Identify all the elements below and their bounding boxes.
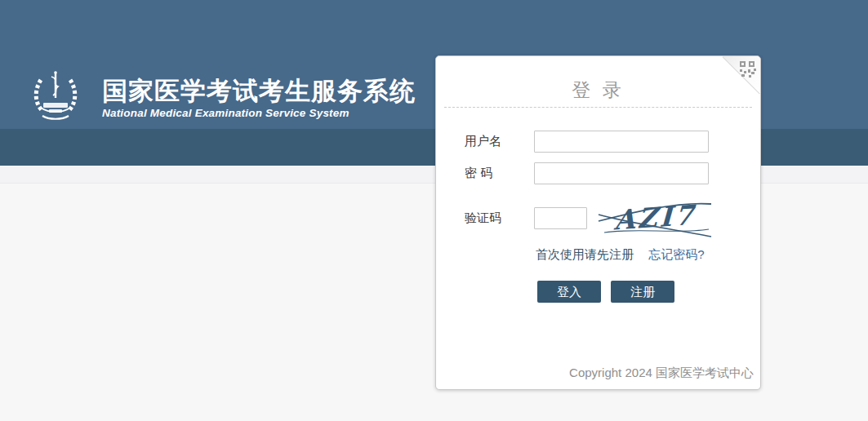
captcha-noise-lines bbox=[598, 197, 712, 239]
username-input[interactable] bbox=[534, 131, 709, 153]
login-button[interactable]: 登入 bbox=[537, 281, 601, 303]
links-row: 首次使用请先注册 忘记密码? bbox=[536, 247, 705, 263]
login-panel: 登 录 用户名 密 码 验证码 AZI7 首次使用请先注册 忘记密码? 登入 注… bbox=[435, 55, 761, 390]
copyright: Copyright 2024 国家医学考试中心 bbox=[569, 366, 754, 381]
captcha-image[interactable]: AZI7 bbox=[598, 197, 712, 239]
brand: 国家医学考试考生服务系统 National Medical Examinatio… bbox=[29, 69, 416, 127]
register-hint-link[interactable]: 首次使用请先注册 bbox=[536, 247, 634, 261]
captcha-input[interactable] bbox=[534, 207, 587, 229]
site-subtitle: National Medical Examination Service Sys… bbox=[102, 107, 416, 119]
brand-text: 国家医学考试考生服务系统 National Medical Examinatio… bbox=[102, 78, 416, 119]
login-title: 登 录 bbox=[436, 78, 760, 103]
forgot-password-link[interactable]: 忘记密码? bbox=[648, 247, 704, 261]
page: 国家医学考试考生服务系统 National Medical Examinatio… bbox=[0, 0, 868, 421]
username-label: 用户名 bbox=[465, 131, 501, 152]
password-input[interactable] bbox=[534, 162, 709, 184]
divider bbox=[444, 107, 752, 108]
site-title: 国家医学考试考生服务系统 bbox=[102, 78, 416, 105]
password-label: 密 码 bbox=[465, 162, 492, 184]
register-button[interactable]: 注册 bbox=[611, 281, 674, 303]
nmec-emblem-icon bbox=[29, 69, 82, 127]
captcha-label: 验证码 bbox=[465, 207, 501, 228]
